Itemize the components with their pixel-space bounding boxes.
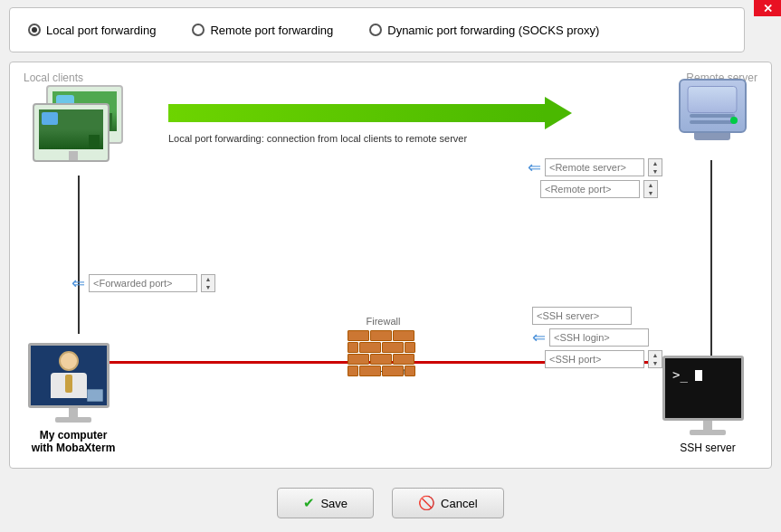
spin-down-icon: ▼ [649,167,662,176]
brick-row-3 [348,354,420,365]
ssh-server-inputs: ⇐ ⇐ ▲ ▼ [532,307,662,368]
button-bar: ✔ Save 🚫 Cancel [0,488,781,518]
spin-up-icon-4: ▲ [649,351,662,359]
forwarded-port-input[interactable] [89,274,197,292]
cancel-button[interactable]: 🚫 Cancel [392,488,503,518]
radio-circle-local [28,24,41,36]
spin-up-icon-3: ▲ [202,275,214,283]
remote-server-spinner[interactable]: ▲ ▼ [648,158,662,176]
cancel-label: Cancel [441,497,477,510]
vert-line-right [710,160,712,361]
radio-label-dynamic: Dynamic port forwarding (SOCKS proxy) [387,24,599,37]
direction-arrow [168,97,572,129]
close-button[interactable]: ✕ [754,0,781,16]
pm-stand [69,408,78,417]
brick-row-2 [348,342,420,353]
remote-port-spinner[interactable]: ▲ ▼ [643,180,658,198]
tm-prompt: >_ [672,367,702,382]
firewall-area: Firewall [348,316,420,377]
radio-circle-remote [192,24,205,36]
monitor-front [33,103,110,162]
my-computer-area: My computer with MobaXterm [28,343,119,454]
tm-cursor [695,370,702,381]
monitor-stack [28,85,146,176]
local-clients-label: Local clients [24,71,83,84]
pm-screen [28,343,110,408]
ssh-login-input[interactable] [549,328,649,347]
pm-base [55,417,91,423]
ssh-login-input-row: ⇐ [532,328,662,347]
remote-server-input-row: ⇐ ▲ ▼ [528,157,662,177]
my-computer-label: My computer with MobaXterm [32,429,116,454]
ssh-server-area: >_ SSH server [662,356,753,454]
spin-down-icon-3: ▼ [202,283,214,291]
spin-down-icon-2: ▼ [644,189,657,197]
brick-row-1 [348,330,420,341]
radio-bar: Local port forwarding Remote port forwar… [9,7,745,52]
hdd-light [730,117,738,124]
vert-line-left [78,176,80,334]
person-monitor [28,343,119,424]
remote-server-arrow: ⇐ [528,157,541,177]
brick-wall [348,330,420,377]
ssh-server-input-row [532,307,662,325]
arrow-label: Local port forwarding: connection from l… [168,133,467,144]
firewall-label: Firewall [367,316,401,327]
local-clients-icon [28,85,146,176]
ssh-port-input-row: ⇐ ▲ ▼ [532,350,662,368]
spin-down-icon-4: ▼ [649,359,662,367]
radio-circle-dynamic [369,24,382,36]
forwarded-port-arrow: ⇐ [71,273,85,293]
save-button[interactable]: ✔ Save [277,488,374,518]
monitor-stand-front [69,151,78,160]
spin-up-icon-2: ▲ [644,181,657,189]
radio-label-local: Local port forwarding [46,24,156,37]
radio-local[interactable]: Local port forwarding [28,24,156,37]
brick-row-4 [348,366,420,376]
cancel-icon: 🚫 [418,495,435,511]
diagram-area: Local clients Remote server Local port f… [9,62,772,469]
hdd-connector [694,133,730,140]
ssh-server-label: SSH server [680,442,735,454]
ssh-port-spinner[interactable]: ▲ ▼ [648,350,662,368]
close-icon: ✕ [763,3,773,14]
remote-server-inputs: ⇐ ▲ ▼ ⇐ ▲ ▼ [528,157,662,198]
save-icon: ✔ [303,495,315,511]
monitor-front-screen [39,109,103,149]
radio-dynamic[interactable]: Dynamic port forwarding (SOCKS proxy) [369,24,599,37]
ssh-server-input[interactable] [532,307,632,325]
tm-base [690,430,726,435]
ssh-arrow: ⇐ [532,328,546,347]
pm-person-icon [46,351,91,401]
remote-port-input-row: ⇐ ▲ ▼ [528,180,662,198]
radio-label-remote: Remote port forwarding [210,24,333,37]
remote-server-input[interactable] [545,158,644,176]
radio-remote[interactable]: Remote port forwarding [192,24,333,37]
terminal-monitor: >_ [662,356,753,437]
forwarded-port-area: ⇐ ▲ ▼ [71,273,215,293]
forwarded-port-spinner[interactable]: ▲ ▼ [201,274,215,292]
remote-port-input[interactable] [540,180,640,198]
remote-server-icon [671,79,753,160]
tm-screen: >_ [662,356,744,421]
tm-stand [703,421,712,430]
hdd-body [679,79,747,133]
spin-up-icon: ▲ [649,159,662,167]
ssh-port-input[interactable] [545,350,644,368]
save-label: Save [320,497,348,510]
